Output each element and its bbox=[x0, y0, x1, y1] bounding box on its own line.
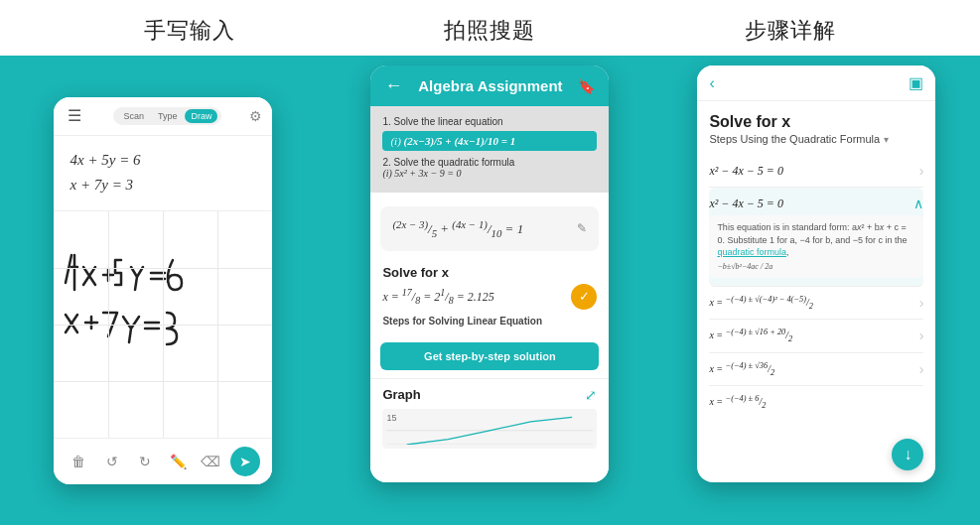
step-6-row: x = −(−4) ± 6/2 bbox=[709, 386, 923, 418]
handwriting-drawing-area[interactable] bbox=[54, 211, 272, 438]
step-5-row: x = −(−4) ± √36/2 › bbox=[709, 353, 923, 386]
pencil-icon[interactable]: ✏️ bbox=[165, 449, 191, 474]
phone-mockup-1: ☰ Scan Type Draw ⚙ 4x + 5y = 6 x + 7y = … bbox=[54, 97, 272, 484]
check-circle: ✓ bbox=[571, 284, 597, 310]
mode-buttons: Scan Type Draw bbox=[113, 107, 221, 125]
step-5-chevron[interactable]: › bbox=[919, 361, 924, 377]
step-4-chevron[interactable]: › bbox=[919, 328, 924, 343]
panel-steps: ‹ ▣ Solve for x Steps Using the Quadrati… bbox=[653, 56, 980, 525]
step-1-chevron[interactable]: › bbox=[919, 163, 924, 179]
problem2-eq: (i) 5x² + 3x − 9 = 0 bbox=[382, 168, 597, 179]
header-row: 手写输入 拍照搜题 步骤详解 bbox=[0, 0, 980, 56]
step-4-math-row: x = −(−4) ± √16 + 20/2 › bbox=[709, 328, 923, 343]
undo-icon[interactable]: ↺ bbox=[99, 449, 125, 474]
step-2-equation: x² − 4x − 5 = 0 bbox=[709, 197, 783, 211]
bookmark-icon[interactable]: 🔖 bbox=[578, 78, 595, 94]
trash-icon[interactable]: 🗑 bbox=[66, 449, 91, 474]
solve-section: Solve for x x = 17/8 = 21/8 = 2.125 ✓ St… bbox=[370, 257, 609, 334]
step-2-row: x² − 4x − 5 = 0 ∧ This equation is in st… bbox=[709, 188, 923, 287]
handwriting-bottom-bar: 🗑 ↺ ↻ ✏️ ⌫ ➤ bbox=[54, 438, 272, 484]
dropdown-arrow-icon[interactable]: ▾ bbox=[884, 134, 889, 145]
step-2-expanded: This equation is in standard form: ax² +… bbox=[709, 215, 923, 278]
handwriting-toolbar: ☰ Scan Type Draw ⚙ bbox=[54, 97, 272, 136]
phone-mockup-2: ← Algebra Assignment 🔖 1. Solve the line… bbox=[370, 66, 609, 482]
step-5-math-row: x = −(−4) ± √36/2 › bbox=[709, 361, 923, 377]
equation-card: (2x − 3)/5 + (4x − 1)/10 = 1 ✎ bbox=[380, 206, 599, 251]
check-icon: ✓ bbox=[579, 289, 590, 304]
step-5-equation: x = −(−4) ± √36/2 bbox=[709, 361, 774, 377]
graph-y-label: 15 bbox=[386, 413, 396, 423]
gear-icon[interactable]: ⚙ bbox=[249, 108, 262, 124]
step-3-chevron[interactable]: › bbox=[919, 295, 924, 311]
quadratic-formula-link[interactable]: quadratic formula bbox=[717, 247, 786, 257]
solve-result-row: x = 17/8 = 21/8 = 2.125 ✓ bbox=[382, 284, 597, 310]
steps-content: Solve for x Steps Using the Quadratic Fo… bbox=[697, 101, 935, 482]
step-4-row: x = −(−4) ± √16 + 20/2 › bbox=[709, 320, 923, 352]
step-2-description: This equation is in standard form: ax² +… bbox=[717, 221, 915, 272]
menu-icon[interactable]: ☰ bbox=[64, 105, 85, 127]
step-6-equation: x = −(−4) ± 6/2 bbox=[709, 394, 766, 410]
steps-method: Steps Using the Quadratic Formula ▾ bbox=[709, 133, 923, 145]
equation-display-area: 4x + 5y = 6 x + 7y = 3 bbox=[54, 136, 272, 211]
app-title: Algebra Assignment bbox=[418, 77, 562, 94]
graph-header: Graph ⤢ bbox=[382, 387, 597, 403]
eraser-icon[interactable]: ⌫ bbox=[198, 449, 223, 474]
draw-button[interactable]: Draw bbox=[185, 109, 217, 123]
header-col2-title: 拍照搜题 bbox=[444, 16, 535, 46]
main-content: ☰ Scan Type Draw ⚙ 4x + 5y = 6 x + 7y = … bbox=[0, 56, 980, 525]
step-2-math-row: x² − 4x − 5 = 0 ∧ bbox=[709, 196, 923, 211]
toolbar-left: ☰ bbox=[64, 105, 85, 127]
bookmark-icon-3[interactable]: ▣ bbox=[909, 73, 923, 92]
equation-line2: x + 7y = 3 bbox=[70, 173, 256, 198]
solve-title: Solve for x bbox=[382, 265, 597, 280]
step-1-math-row: x² − 4x − 5 = 0 › bbox=[709, 163, 923, 179]
redo-icon[interactable]: ↻ bbox=[132, 449, 158, 474]
problem2-label: 2. Solve the quadratic formula bbox=[382, 157, 597, 168]
header-col3-title: 步骤详解 bbox=[745, 16, 836, 46]
panel-handwriting: ☰ Scan Type Draw ⚙ 4x + 5y = 6 x + 7y = … bbox=[0, 56, 327, 525]
steps-for-linear-label: Steps for Solving Linear Equation bbox=[382, 316, 597, 327]
solution-card: (2x − 3)/5 + (4x − 1)/10 = 1 ✎ Solve for… bbox=[370, 197, 609, 482]
step-4-equation: x = −(−4) ± √16 + 20/2 bbox=[709, 328, 792, 343]
step-1-equation: x² − 4x − 5 = 0 bbox=[709, 164, 783, 179]
problem-equation-highlighted: (i) (2x−3)/5 + (4x−1)/10 = 1 bbox=[382, 131, 597, 151]
steps-main-title: Solve for x bbox=[709, 113, 923, 131]
step-3-equation: x = −(−4) ± √(−4)² − 4(−5)/2 bbox=[709, 295, 813, 311]
back-button[interactable]: ← bbox=[384, 75, 402, 96]
app-header-2: ← Algebra Assignment 🔖 bbox=[370, 66, 609, 106]
scroll-down-icon: ↓ bbox=[904, 446, 911, 463]
send-button[interactable]: ➤ bbox=[230, 447, 260, 476]
graph-section: Graph ⤢ 15 bbox=[370, 378, 609, 453]
step-1-row: x² − 4x − 5 = 0 › bbox=[709, 155, 923, 188]
phone-mockup-3: ‹ ▣ Solve for x Steps Using the Quadrati… bbox=[697, 66, 935, 482]
get-steps-button[interactable]: Get step-by-step solution bbox=[380, 342, 599, 370]
scan-button[interactable]: Scan bbox=[117, 109, 150, 123]
step-2-chevron-up[interactable]: ∧ bbox=[913, 196, 923, 211]
step-3-math-row: x = −(−4) ± √(−4)² − 4(−5)/2 › bbox=[709, 295, 923, 311]
graph-svg bbox=[386, 413, 593, 445]
problem-list: 1. Solve the linear equation (i) (2x−3)/… bbox=[370, 106, 609, 193]
step-6-math-row: x = −(−4) ± 6/2 bbox=[709, 394, 923, 410]
equation-line1: 4x + 5y = 6 bbox=[70, 148, 256, 174]
send-icon: ➤ bbox=[239, 454, 251, 469]
app-header-3: ‹ ▣ bbox=[697, 66, 935, 101]
back-chevron-icon[interactable]: ‹ bbox=[709, 74, 714, 92]
panel-photo: ← Algebra Assignment 🔖 1. Solve the line… bbox=[327, 56, 653, 525]
type-button[interactable]: Type bbox=[152, 109, 184, 123]
expand-icon[interactable]: ⤢ bbox=[585, 387, 597, 403]
header-col1-title: 手写输入 bbox=[144, 16, 235, 46]
graph-title: Graph bbox=[382, 387, 420, 402]
problem1-label: 1. Solve the linear equation bbox=[382, 116, 597, 127]
graph-preview: 15 bbox=[382, 409, 597, 449]
equation-math: (2x − 3)/5 + (4x − 1)/10 = 1 bbox=[392, 218, 523, 239]
step-3-row: x = −(−4) ± √(−4)² − 4(−5)/2 › bbox=[709, 287, 923, 320]
pencil-edit-icon[interactable]: ✎ bbox=[577, 221, 587, 235]
header-3-left: ‹ bbox=[709, 74, 714, 92]
solve-math: x = 17/8 = 21/8 = 2.125 bbox=[382, 287, 493, 306]
